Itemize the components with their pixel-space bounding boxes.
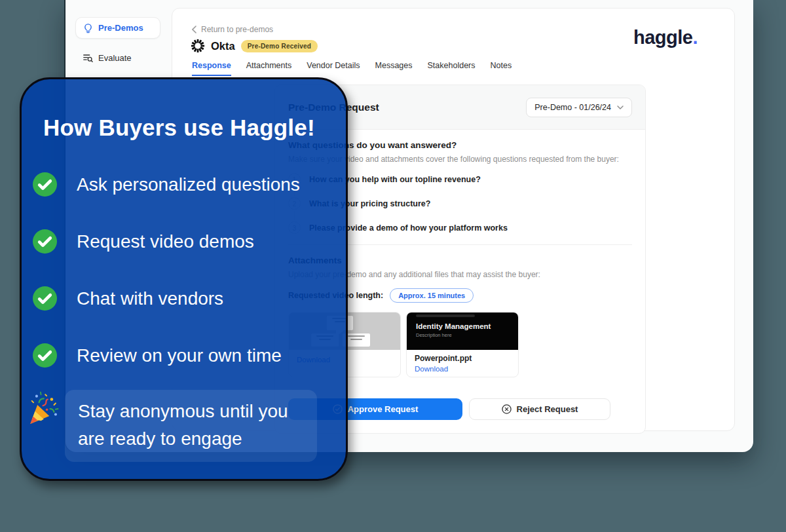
video-length-pill: Approx. 15 minutes <box>390 288 474 303</box>
tab-attachments[interactable]: Attachments <box>246 61 291 76</box>
promo-title: How Buyers use Haggle! <box>22 115 346 141</box>
check-icon <box>33 229 57 254</box>
attachment-name: Powerpoint.ppt <box>415 354 510 363</box>
chevron-down-icon <box>617 105 624 109</box>
tab-notes[interactable]: Notes <box>491 61 512 76</box>
party-popper-icon <box>26 390 64 428</box>
promo-item-label: Ask personalized questions <box>77 174 300 195</box>
promo-item: Ask personalized questions <box>22 172 346 197</box>
slide-title: Identity Management <box>416 322 509 330</box>
vendor-name: Okta <box>211 40 235 52</box>
promo-item-label: Review on your own time <box>77 345 282 366</box>
promo-item-label: Stay anonymous until you are ready to en… <box>65 390 317 462</box>
tab-response[interactable]: Response <box>192 61 231 76</box>
tab-stakeholders[interactable]: Stakeholders <box>428 61 476 76</box>
haggle-logo: haggle. <box>633 27 698 48</box>
stage: Pre-Demos Evaluate Return to pre-demos <box>0 0 786 532</box>
promo-card: How Buyers use Haggle! Ask personalized … <box>20 77 348 481</box>
sidebar-item-evaluate[interactable]: Evaluate <box>75 48 160 67</box>
promo-item: Review on your own time <box>22 343 346 368</box>
check-icon <box>33 172 57 197</box>
reject-request-button[interactable]: Reject Request <box>469 398 610 420</box>
sidebar-item-pre-demos[interactable]: Pre-Demos <box>75 17 160 39</box>
chevron-left-icon <box>192 26 196 33</box>
sidebar-item-label: Pre-Demos <box>98 23 143 33</box>
back-link-label: Return to pre-demos <box>201 25 273 34</box>
dropdown-value: Pre-Demo - 01/26/24 <box>534 103 611 112</box>
lightbulb-icon <box>83 23 93 33</box>
slide-subtitle: Description here <box>416 332 509 338</box>
tab-messages[interactable]: Messages <box>375 61 413 76</box>
attachment-footer: Powerpoint.ppt Download <box>407 350 518 373</box>
back-link[interactable]: Return to pre-demos <box>192 25 273 34</box>
slide-accent-bar <box>416 314 475 317</box>
download-link[interactable]: Download <box>415 365 510 373</box>
promo-item: Request video demos <box>22 229 346 254</box>
okta-logo-icon <box>191 39 205 53</box>
promo-item: Chat with vendors <box>22 286 346 311</box>
promo-item-label: Request video demos <box>77 231 254 252</box>
sidebar-item-label: Evaluate <box>98 53 132 63</box>
tab-bar: Response Attachments Vendor Details Mess… <box>192 61 512 76</box>
pre-demo-dropdown[interactable]: Pre-Demo - 01/26/24 <box>526 98 632 117</box>
check-icon <box>33 286 57 311</box>
reject-label: Reject Request <box>517 404 578 414</box>
list-search-icon <box>83 52 93 63</box>
approve-label: Approve Request <box>348 404 419 414</box>
tab-vendor-details[interactable]: Vendor Details <box>307 61 360 76</box>
check-icon <box>33 343 57 368</box>
x-circle-icon <box>502 404 512 414</box>
vendor-row: Okta Pre-Demo Received <box>191 39 318 53</box>
slide-thumbnail: Identity Management Description here <box>407 313 518 350</box>
status-badge: Pre-Demo Received <box>241 40 318 52</box>
attachment-card-powerpoint[interactable]: Identity Management Description here Pow… <box>406 312 519 377</box>
promo-item-label: Chat with vendors <box>77 288 223 309</box>
logo-dot: . <box>692 27 698 48</box>
promo-item-anonymous: Stay anonymous until you are ready to en… <box>22 390 346 462</box>
